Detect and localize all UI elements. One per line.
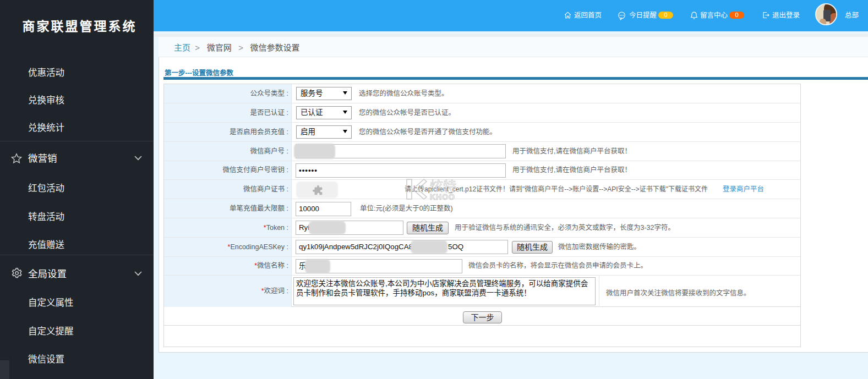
svg-text:KHOO: KHOO (430, 193, 455, 200)
svg-text:炫特: 炫特 (430, 179, 456, 194)
